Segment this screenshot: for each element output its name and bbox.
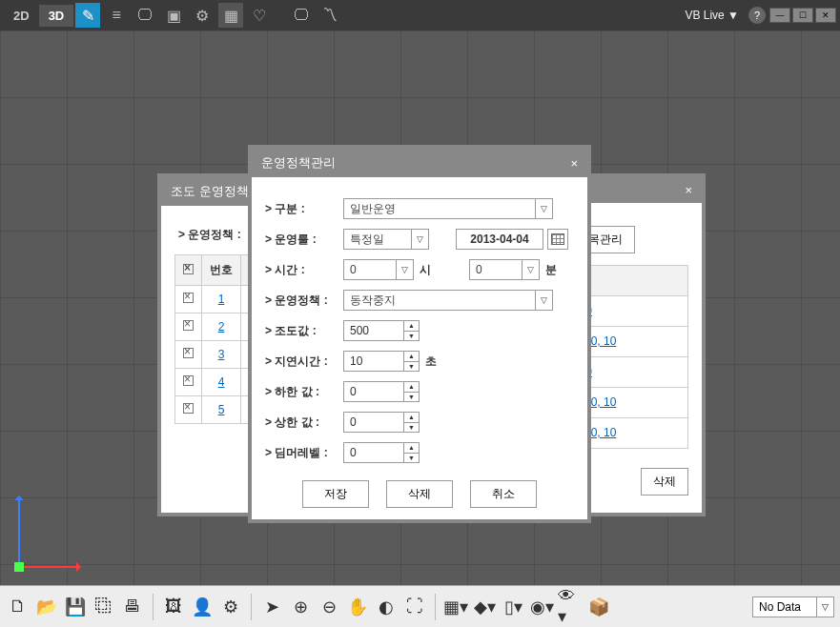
chevron-down-icon: ▽ <box>535 199 552 218</box>
tab-3d[interactable]: 3D <box>39 5 74 27</box>
origin-icon <box>14 562 24 572</box>
zoom-out-icon[interactable]: ⊖ <box>317 595 341 619</box>
lux-label: > 조도값 : <box>265 323 343 339</box>
chevron-down-icon: ▽ <box>522 260 539 279</box>
dimmer-stepper[interactable]: 0 ▲▼ <box>343 442 420 463</box>
window-maximize[interactable]: ☐ <box>792 8 813 23</box>
pan-icon[interactable]: ✋ <box>345 595 370 619</box>
spin-up-icon[interactable]: ▲ <box>404 352 419 362</box>
policy-select[interactable]: 동작중지 ▽ <box>343 290 553 311</box>
lux-stepper[interactable]: 500 ▲▼ <box>343 320 420 341</box>
upper-stepper[interactable]: 0 ▲▼ <box>343 412 420 433</box>
chevron-down-icon: ▽ <box>396 260 413 279</box>
spin-down-icon[interactable]: ▼ <box>404 423 419 433</box>
bulb-icon[interactable]: ♡ <box>247 3 272 28</box>
list-icon[interactable]: ≡ <box>104 3 129 28</box>
row-check[interactable] <box>183 293 194 303</box>
row-check[interactable] <box>183 320 194 331</box>
spin-up-icon[interactable]: ▲ <box>404 443 419 454</box>
lower-label: > 하한 값 : <box>265 384 343 400</box>
fit-icon[interactable]: ⛶ <box>402 595 427 619</box>
open-folder-icon[interactable]: 📂 <box>34 595 59 619</box>
gear-icon[interactable]: ⚙ <box>218 595 243 619</box>
delete-button[interactable]: 삭제 <box>641 468 688 496</box>
time-label: > 시간 : <box>265 262 343 278</box>
dialog-title: 조도 운영정책 <box>171 183 249 200</box>
spin-up-icon[interactable]: ▲ <box>404 413 419 423</box>
edit-icon[interactable]: ✎ <box>75 3 100 28</box>
chevron-down-icon: ▽ <box>535 291 552 310</box>
package-icon[interactable]: 📦 <box>586 595 611 619</box>
row-link[interactable]: 3 <box>218 348 225 361</box>
row-link[interactable]: 4 <box>218 375 225 389</box>
image-icon[interactable]: ▣ <box>161 3 186 28</box>
gears-icon[interactable]: ⚙ <box>190 3 215 28</box>
cancel-button[interactable]: 취소 <box>470 480 537 508</box>
calendar-button[interactable] <box>547 229 568 250</box>
close-icon[interactable]: × <box>685 183 692 197</box>
camera-dropdown-icon[interactable]: ◉▾ <box>529 595 554 619</box>
dimmer-label: > 딤머레벨 : <box>265 445 343 461</box>
delay-unit: 초 <box>425 354 437 370</box>
window-minimize[interactable]: — <box>769 8 790 23</box>
save-icon[interactable]: 💾 <box>63 595 88 619</box>
upper-label: > 상한 값 : <box>265 415 343 431</box>
date-field[interactable]: 2013-04-04 <box>456 229 543 250</box>
pointer-icon[interactable]: ➤ <box>259 595 284 619</box>
grid-icon <box>551 233 564 245</box>
spin-down-icon[interactable]: ▼ <box>404 454 419 463</box>
save-all-icon[interactable]: ⿻ <box>92 595 116 619</box>
spin-up-icon[interactable]: ▲ <box>404 321 419 332</box>
new-file-icon[interactable]: 🗋 <box>6 595 31 619</box>
top-toolbar: 2D 3D ✎ ≡ 🖵 ▣ ⚙ ▦ ♡ 🖵 〽 VB Live ▼ ? — ☐ … <box>0 0 840 30</box>
minute-select[interactable]: 0 ▽ <box>469 259 540 280</box>
col-check[interactable] <box>175 255 202 286</box>
hour-select[interactable]: 0 ▽ <box>343 259 414 280</box>
eye-dropdown-icon[interactable]: 👁▾ <box>558 595 583 619</box>
rule-label: > 운영룰 : <box>265 232 343 248</box>
user-icon[interactable]: 👤 <box>190 595 215 619</box>
row-check[interactable] <box>183 403 194 414</box>
row-link[interactable]: 1 <box>218 293 225 306</box>
data-status-select[interactable]: No Data ▽ <box>752 597 834 617</box>
box-dropdown-icon[interactable]: ▯▾ <box>501 595 525 619</box>
dialog-title: 운영정책관리 <box>261 154 336 172</box>
policy-label: > 운영정책 : <box>265 293 343 309</box>
canvas-area[interactable]: 조도 운영정책 > 운영정책 : 번호 1 2 3 4 5 × <box>0 30 840 585</box>
row-link[interactable]: 5 <box>218 403 225 416</box>
row-check[interactable] <box>183 375 194 386</box>
spin-down-icon[interactable]: ▼ <box>404 362 419 372</box>
spin-down-icon[interactable]: ▼ <box>404 332 419 341</box>
delay-stepper[interactable]: 10 ▲▼ <box>343 351 420 372</box>
grid-dropdown-icon[interactable]: ▦▾ <box>443 595 468 619</box>
spin-up-icon[interactable]: ▲ <box>404 382 419 393</box>
window-close[interactable]: ✕ <box>815 8 836 23</box>
picture-icon[interactable]: 🖼 <box>161 595 186 619</box>
chart-icon[interactable]: 〽 <box>318 3 342 28</box>
calendar-icon[interactable]: ▦ <box>218 3 243 28</box>
delete-button[interactable]: 삭제 <box>386 480 453 508</box>
chevron-down-icon: ▽ <box>411 230 428 249</box>
help-button[interactable]: ? <box>748 7 766 24</box>
cube-dropdown-icon[interactable]: ◆▾ <box>472 595 497 619</box>
print-icon[interactable]: 🖶 <box>120 595 145 619</box>
zoom-in-icon[interactable]: ⊕ <box>288 595 313 619</box>
lower-stepper[interactable]: 0 ▲▼ <box>343 381 420 402</box>
spin-down-icon[interactable]: ▼ <box>404 393 419 402</box>
row-link[interactable]: 2 <box>218 320 225 334</box>
axis-gizmo <box>11 490 78 576</box>
type-label: > 구분 : <box>265 201 343 217</box>
vb-live-menu[interactable]: VB Live ▼ <box>679 7 745 24</box>
rule-select[interactable]: 특정일 ▽ <box>343 229 429 250</box>
rotate-icon[interactable]: ◐ <box>374 595 399 619</box>
row-check[interactable] <box>183 348 194 358</box>
monitor-icon[interactable]: 🖵 <box>133 3 157 28</box>
delay-label: > 지연시간 : <box>265 354 343 370</box>
close-icon[interactable]: × <box>570 156 578 171</box>
hour-unit: 시 <box>420 262 431 278</box>
type-select[interactable]: 일반운영 ▽ <box>343 198 553 219</box>
tab-2d[interactable]: 2D <box>4 5 39 27</box>
x-axis-icon <box>18 566 80 568</box>
display-icon[interactable]: 🖵 <box>289 3 314 28</box>
save-button[interactable]: 저장 <box>302 480 369 508</box>
